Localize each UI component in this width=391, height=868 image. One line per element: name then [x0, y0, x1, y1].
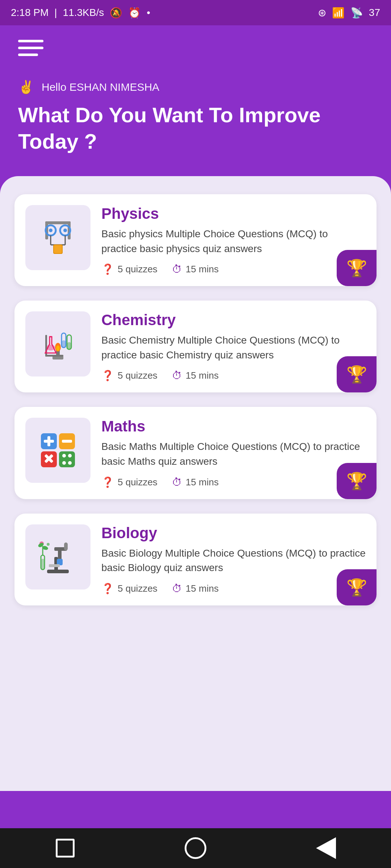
biology-card-body: Biology Basic Biology Multiple Choice Qu…	[101, 524, 366, 595]
physics-card-body: Physics Basic physics Multiple Choice Qu…	[101, 205, 366, 275]
biology-icon-box	[25, 524, 91, 590]
status-right: ⊛ 📶 📡 37	[318, 7, 380, 19]
biology-title: Biology	[101, 524, 366, 542]
biology-meta: ❓ 5 quizzes ⏱ 15 mins	[101, 583, 366, 595]
chemistry-title: Chemistry	[101, 311, 366, 329]
physics-icon-box	[25, 205, 91, 270]
hamburger-line-3	[18, 54, 38, 56]
greeting-text: Hello ESHAN NIMESHA	[42, 81, 159, 93]
svg-rect-0	[45, 221, 71, 224]
physics-time-value: 15 mins	[186, 264, 219, 275]
svg-point-14	[56, 345, 60, 351]
chemistry-quiz-count: 5 quizzes	[118, 370, 157, 381]
clock-icon-bio: ⏱	[172, 583, 182, 595]
svg-rect-24	[44, 440, 54, 443]
physics-time: ⏱ 15 mins	[172, 263, 219, 275]
chemistry-trophy-button[interactable]: 🏆	[337, 356, 377, 392]
clock-icon-maths: ⏱	[172, 476, 182, 488]
svg-point-45	[47, 543, 50, 546]
svg-rect-30	[59, 451, 75, 467]
svg-rect-26	[62, 440, 72, 443]
biology-quizzes: ❓ 5 quizzes	[101, 583, 157, 595]
biology-time: ⏱ 15 mins	[172, 583, 219, 595]
dot-icon: •	[147, 7, 150, 18]
bluetooth-icon: ⊛	[318, 7, 326, 19]
chemistry-quizzes: ❓ 5 quizzes	[101, 370, 157, 382]
quiz-icon-chem: ❓	[101, 370, 114, 382]
home-button[interactable]	[181, 834, 210, 863]
physics-meta: ❓ 5 quizzes ⏱ 15 mins	[101, 263, 366, 275]
chemistry-time-value: 15 mins	[186, 370, 219, 381]
network-speed: |	[54, 7, 57, 18]
svg-rect-10	[54, 245, 62, 254]
clock-icon: ⏱	[172, 263, 182, 275]
biology-description: Basic Biology Multiple Choice Questions …	[101, 546, 366, 575]
physics-trophy-button[interactable]: 🏆	[337, 250, 377, 286]
svg-point-33	[62, 461, 66, 465]
hamburger-line-2	[18, 47, 43, 49]
physics-description: Basic physics Multiple Choice Questions …	[101, 227, 366, 256]
maths-illustration	[38, 430, 78, 470]
maths-card[interactable]: Maths Basic Maths Multiple Choice Questi…	[14, 407, 377, 499]
quiz-icon: ❓	[101, 263, 114, 275]
chemistry-illustration	[38, 324, 78, 364]
chemistry-card[interactable]: Chemistry Basic Chemistry Multiple Choic…	[14, 301, 377, 392]
content-area: Physics Basic physics Multiple Choice Qu…	[0, 176, 391, 791]
svg-rect-21	[67, 342, 71, 349]
trophy-icon-bio: 🏆	[346, 578, 367, 597]
chemistry-description: Basic Chemistry Multiple Choice Question…	[101, 333, 366, 362]
trophy-icon: 🏆	[346, 258, 367, 278]
svg-point-34	[68, 461, 72, 465]
chemistry-card-body: Chemistry Basic Chemistry Multiple Choic…	[101, 311, 366, 382]
triangle-icon	[316, 837, 336, 859]
battery-display: 37	[369, 7, 380, 18]
biology-quiz-count: 5 quizzes	[118, 583, 157, 594]
greeting-row: ✌️ Hello ESHAN NIMESHA	[18, 80, 373, 95]
maths-description: Basic Maths Multiple Choice Questions (M…	[101, 439, 366, 469]
maths-quiz-count: 5 quizzes	[118, 477, 157, 488]
header-section: ✌️ Hello ESHAN NIMESHA What Do You Want …	[0, 25, 391, 176]
svg-point-4	[49, 229, 52, 232]
trophy-icon-chem: 🏆	[346, 365, 367, 384]
clock-icon-chem: ⏱	[172, 370, 182, 382]
physics-illustration	[38, 218, 78, 258]
signal-icon: 📶	[332, 7, 345, 19]
biology-time-value: 15 mins	[186, 583, 219, 594]
biology-card[interactable]: Biology Basic Biology Multiple Choice Qu…	[14, 514, 377, 605]
stop-button[interactable]	[51, 834, 80, 863]
svg-rect-39	[64, 542, 68, 550]
maths-quizzes: ❓ 5 quizzes	[101, 476, 157, 488]
bottom-navigation	[0, 828, 391, 868]
svg-rect-43	[41, 559, 45, 570]
biology-trophy-button[interactable]: 🏆	[337, 569, 377, 605]
wave-icon: ✌️	[18, 80, 34, 95]
chemistry-meta: ❓ 5 quizzes ⏱ 15 mins	[101, 370, 366, 382]
maths-meta: ❓ 5 quizzes ⏱ 15 mins	[101, 476, 366, 488]
alarm-icon: ⏰	[128, 7, 141, 19]
maths-trophy-button[interactable]: 🏆	[337, 463, 377, 499]
wifi-icon: 📡	[350, 7, 363, 19]
maths-icon-box	[25, 418, 91, 483]
svg-point-17	[46, 345, 55, 350]
circle-icon	[185, 837, 206, 859]
chemistry-time: ⏱ 15 mins	[172, 370, 219, 382]
status-left: 2:18 PM | 11.3KB/s 🔕 ⏰ •	[11, 7, 150, 19]
hamburger-menu[interactable]	[18, 40, 43, 58]
network-display: 11.3KB/s	[63, 7, 104, 18]
svg-point-32	[68, 454, 72, 458]
back-button[interactable]	[311, 834, 340, 863]
maths-time-value: 15 mins	[186, 477, 219, 488]
maths-time: ⏱ 15 mins	[172, 476, 219, 488]
svg-rect-16	[45, 355, 63, 357]
physics-card[interactable]: Physics Basic physics Multiple Choice Qu…	[14, 194, 377, 286]
svg-rect-41	[49, 564, 60, 567]
quiz-icon-bio: ❓	[101, 583, 114, 595]
quiz-icon-maths: ❓	[101, 476, 114, 488]
maths-card-body: Maths Basic Maths Multiple Choice Questi…	[101, 418, 366, 488]
svg-point-6	[63, 229, 67, 232]
svg-point-31	[62, 454, 66, 458]
physics-quizzes: ❓ 5 quizzes	[101, 263, 157, 275]
time-display: 2:18 PM	[11, 7, 49, 18]
svg-rect-35	[47, 570, 69, 573]
svg-rect-19	[62, 340, 66, 348]
